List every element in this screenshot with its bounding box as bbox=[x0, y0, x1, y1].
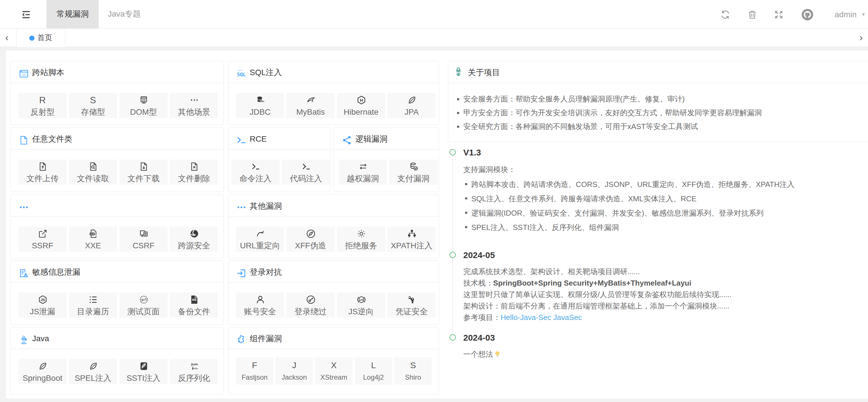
tile-other-XPATH注入[interactable]: XPATH注入 bbox=[388, 227, 436, 252]
tile-other-拒绝服务[interactable]: 拒绝服务 bbox=[337, 227, 385, 252]
tile-xss-DOM型[interactable]: DOMDOM型 bbox=[119, 93, 167, 118]
dom-window-icon: DOM bbox=[138, 94, 148, 105]
fullscreen-icon[interactable] bbox=[774, 10, 784, 20]
sitemap-icon bbox=[407, 228, 416, 239]
svg-text:SQL: SQL bbox=[237, 72, 246, 77]
tile-more-CSRF[interactable]: CSRF bbox=[119, 227, 167, 252]
tile-components-XStream[interactable]: XXStream bbox=[315, 357, 352, 385]
tile-java-SpringBoot[interactable]: SpringBoot bbox=[19, 359, 67, 384]
card-title-xss: 跨站脚本 bbox=[32, 61, 64, 83]
tile-login-凭证安全[interactable]: 凭证安全 bbox=[388, 293, 436, 318]
tile-login-JS逆向[interactable]: JSJS逆向 bbox=[337, 293, 385, 318]
tile-label: Fastjson bbox=[242, 373, 268, 382]
svg-text:<>: <> bbox=[194, 366, 197, 370]
file-x-icon bbox=[189, 161, 199, 172]
svg-text:XML: XML bbox=[90, 233, 94, 235]
svg-text:ZIP: ZIP bbox=[193, 299, 196, 301]
tab-changgui-loudong[interactable]: 常规漏洞 bbox=[46, 0, 99, 29]
tile-label: 拒绝服务 bbox=[345, 241, 377, 250]
java-cup-icon bbox=[19, 335, 26, 342]
tab-home[interactable]: 首页 bbox=[16, 29, 65, 47]
tile-more-跨源安全[interactable]: 跨源安全 bbox=[170, 227, 218, 252]
tile-xss-存储型[interactable]: S存储型 bbox=[69, 93, 117, 118]
tile-sql-MyBatis[interactable]: MyBatis bbox=[286, 93, 335, 118]
tile-label: 存储型 bbox=[81, 107, 105, 117]
tile-logic-越权漏洞[interactable]: 越权漏洞 bbox=[339, 160, 387, 185]
timeline-line: 完成系统技术选型、架构设计、相关靶场项目调研...... bbox=[463, 266, 861, 277]
tile-label: 备份文件 bbox=[178, 306, 210, 316]
doc-warning-icon bbox=[19, 268, 26, 276]
tile-file-文件下载[interactable]: 文件下载 bbox=[119, 160, 167, 185]
github-icon[interactable] bbox=[801, 9, 813, 21]
tile-xss-其他场景[interactable]: 其他场景 bbox=[170, 93, 218, 118]
sql-icon: SQL bbox=[237, 69, 244, 76]
tile-sql-JDBC[interactable]: JDBCJDBC bbox=[236, 93, 284, 118]
tab-scroll-right-icon[interactable]: › bbox=[854, 29, 868, 47]
svg-text:H: H bbox=[360, 98, 363, 102]
tile-components-Shiro[interactable]: SShiro bbox=[394, 357, 432, 385]
tile-file-文件删除[interactable]: 文件删除 bbox=[170, 160, 218, 185]
tile-sql-Hibernate[interactable]: HHibernate bbox=[337, 93, 385, 118]
user-icon bbox=[255, 294, 265, 305]
tile-file-文件读取[interactable]: 文件读取 bbox=[69, 160, 117, 185]
tile-rce-代码注入[interactable]: 代码注入 bbox=[282, 160, 330, 185]
tile-rce-命令注入[interactable]: 命令注入 bbox=[231, 160, 280, 185]
monitor-card-icon bbox=[138, 228, 148, 239]
tile-label: SPEL注入 bbox=[74, 373, 112, 383]
card-title-leak: 敏感信息泄漏 bbox=[32, 261, 81, 283]
terminal-icon bbox=[301, 161, 311, 172]
tile-label: Shiro bbox=[405, 373, 421, 382]
keys-icon bbox=[407, 294, 416, 305]
tile-components-Fastjson[interactable]: FFastjson bbox=[236, 357, 273, 385]
leaf-icon bbox=[407, 94, 416, 105]
card-java: JavaSpringBootSPEL注入SSTI注入json<>反序列化 bbox=[10, 327, 224, 395]
sidebar-collapse-icon[interactable] bbox=[19, 7, 33, 21]
tile-other-URL重定向[interactable]: URL重定向 bbox=[236, 227, 284, 252]
timeline-line: 一个想法 bbox=[463, 348, 861, 360]
about-bullet: 安全服务方面：帮助安全服务人员理解漏洞原理(产生、修复、审计) bbox=[455, 93, 868, 105]
reference-link[interactable]: Hello-Java-Sec bbox=[501, 313, 551, 322]
refresh-icon[interactable] bbox=[720, 10, 730, 20]
tile-more-XXE[interactable]: XMLXXE bbox=[69, 227, 117, 252]
tile-components-Log4j2[interactable]: LLog4j2 bbox=[355, 357, 392, 385]
tile-leak-备份文件[interactable]: ZIP备份文件 bbox=[170, 293, 218, 318]
thymeleaf-icon bbox=[138, 361, 148, 371]
card-title-other: 其他漏洞 bbox=[250, 195, 282, 217]
tile-leak-JS泄漏[interactable]: JSJS泄漏 bbox=[19, 293, 67, 318]
tile-leak-测试页面[interactable]: 测试测试页面 bbox=[119, 293, 167, 318]
user-menu[interactable]: admin ▼ bbox=[835, 0, 866, 29]
json-arrows-icon: json<> bbox=[189, 361, 199, 371]
tile-more-SSRF[interactable]: SSRF bbox=[19, 227, 67, 252]
about-bullet: 甲方安全方面：可作为开发安全培训演示，友好的交互方式，帮助研发同学更容易理解漏洞 bbox=[455, 107, 868, 119]
svg-text:json: json bbox=[191, 362, 198, 366]
tile-label: 凭证安全 bbox=[396, 306, 428, 316]
trash-icon[interactable] bbox=[747, 10, 757, 20]
tile-java-SPEL注入[interactable]: SPEL注入 bbox=[69, 359, 117, 384]
svg-text:JDBC: JDBC bbox=[259, 100, 265, 102]
hex-js-icon: JS bbox=[38, 294, 48, 305]
tile-java-SSTI注入[interactable]: SSTI注入 bbox=[119, 359, 167, 384]
tile-sql-JPA[interactable]: JPA bbox=[388, 93, 436, 118]
timeline-node-icon bbox=[450, 334, 456, 341]
leaf-icon bbox=[38, 361, 48, 371]
tab-java-zhuanti[interactable]: Java专题 bbox=[99, 0, 150, 29]
tile-logic-支付漏洞[interactable]: 支付漏洞 bbox=[389, 160, 437, 185]
tile-label: XFF伪造 bbox=[295, 241, 327, 250]
tile-leak-目录遍历[interactable]: 目录遍历 bbox=[69, 293, 117, 318]
siren-icon bbox=[356, 228, 366, 239]
reference-link[interactable]: JavaSec bbox=[553, 313, 582, 322]
tile-file-文件上传[interactable]: 文件上传 bbox=[19, 160, 67, 185]
ellipsis-icon bbox=[189, 94, 199, 105]
letter-F: F bbox=[252, 360, 257, 370]
tile-components-Jackson[interactable]: JJackson bbox=[276, 357, 313, 385]
tile-label: MyBatis bbox=[296, 107, 325, 117]
tile-login-账号安全[interactable]: 账号安全 bbox=[236, 293, 284, 318]
tile-java-反序列化[interactable]: json<>反序列化 bbox=[170, 359, 218, 384]
external-link-icon bbox=[38, 228, 48, 239]
tile-xss-反射型[interactable]: R反射型 bbox=[19, 93, 67, 118]
tile-other-XFF伪造[interactable]: XFF伪造 bbox=[286, 227, 335, 252]
tile-login-登录绕过[interactable]: 登录绕过 bbox=[286, 293, 335, 318]
card-sql: SQLSQL注入JDBCJDBCMyBatisHHibernateJPA bbox=[228, 61, 439, 125]
letter-L: L bbox=[371, 360, 376, 370]
tab-scroll-left-icon[interactable]: ‹ bbox=[0, 29, 14, 47]
